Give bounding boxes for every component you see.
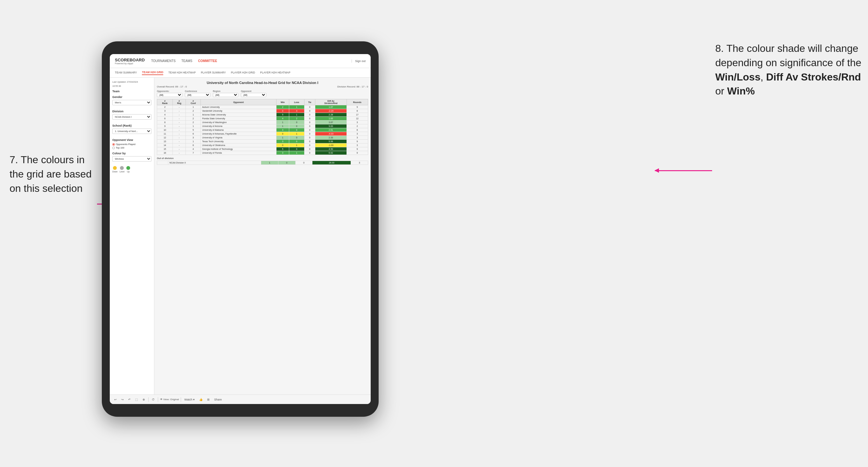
grid-subtitle: Overall Record: 89 - 17 - 0 Division Rec…	[157, 85, 368, 88]
radio-top100[interactable]: Top 100	[112, 146, 151, 149]
cell-conf: 2	[186, 117, 201, 121]
cell-win: 1	[276, 136, 289, 139]
cell-loss: 0	[289, 139, 305, 144]
logo: SCOREBOARD Powered by clippd	[115, 58, 145, 65]
conference-filter-label: Conference	[185, 90, 210, 92]
cell-opponent: Arizona State University	[201, 113, 277, 117]
subnav-player-h2h-grid[interactable]: PLAYER H2H GRID	[231, 71, 255, 75]
color-by-label: Colour by	[112, 152, 151, 155]
cell-reg: -	[173, 128, 186, 132]
main-grid: University of North Carolina Head-to-Hea…	[154, 77, 371, 395]
nav-committee[interactable]: COMMITTEE	[198, 58, 217, 64]
cell-opponent: Vanderbilt University	[201, 109, 277, 113]
toolbar-paste[interactable]: ⊕	[141, 397, 146, 402]
cell-rank: 3	[157, 109, 173, 113]
sign-out-button[interactable]: Sign out	[351, 60, 366, 63]
nav-tournaments[interactable]: TOURNAMENTS	[151, 58, 176, 64]
cell-reg: -	[173, 117, 186, 121]
cell-loss: 0	[289, 124, 305, 128]
gender-dropdown[interactable]: Men's	[112, 100, 151, 105]
tablet-frame: SCOREBOARD Powered by clippd TOURNAMENTS…	[102, 41, 379, 417]
opponent-filter-select[interactable]: (All)	[241, 93, 266, 97]
cell-reg: -	[173, 121, 186, 124]
cell-win: 3	[276, 151, 289, 155]
cell-win: 5	[276, 147, 289, 151]
toolbar-clock[interactable]: ⏱	[151, 397, 156, 402]
toolbar-watch[interactable]: Watch ▾	[183, 397, 196, 402]
cell-opponent: University of Florida	[201, 151, 277, 155]
grid-title: University of North Carolina Head-to-Hea…	[157, 81, 368, 85]
top-nav: SCOREBOARD Powered by clippd TOURNAMENTS…	[110, 54, 371, 68]
radio-opponents-played[interactable]: Opponents Played	[112, 143, 151, 146]
filter-opponent: Opponent (All)	[241, 90, 266, 97]
ood-cell-name: NCAA Division II	[168, 161, 261, 165]
subnav-player-h2h-heatmap[interactable]: PLAYER H2H HEATMAP	[260, 71, 290, 75]
cell-opponent: Florida State University	[201, 117, 277, 121]
conference-filter-select[interactable]: (All)	[185, 93, 210, 97]
cell-win: 0	[276, 132, 289, 136]
cell-opponent: Texas Tech University	[201, 139, 277, 144]
nav-links: TOURNAMENTS TEAMS COMMITTEE	[151, 58, 351, 64]
col-diff: Diff AvStrokes/Rnd	[315, 99, 346, 105]
cell-tie: 0	[304, 128, 315, 132]
opponents-filter-select[interactable]: (All)	[157, 93, 182, 97]
cell-opponent: University of Virginia	[201, 136, 277, 139]
table-row: 9 - 1 University of Arizona 1 0 0 9.00 2	[157, 124, 368, 128]
subnav-team-summary[interactable]: TEAM SUMMARY	[115, 71, 137, 75]
cell-rank: 15	[157, 147, 173, 151]
toolbar-back[interactable]: ↶	[127, 397, 132, 402]
cell-conf: 7	[186, 151, 201, 155]
ood-cell-loss: 0	[278, 161, 295, 165]
school-dropdown[interactable]: 1. University of Nort...	[112, 128, 151, 134]
cell-diff: 2.28	[315, 113, 346, 117]
toolbar-share[interactable]: Share	[213, 397, 223, 402]
subnav-team-h2h-grid[interactable]: TEAM H2H GRID	[142, 71, 163, 75]
cell-rounds: 3	[346, 132, 368, 136]
col-tie: Tie	[304, 99, 315, 105]
cell-reg: -	[173, 124, 186, 128]
cell-loss: 1	[289, 113, 305, 117]
timestamp-label: Last Updated: 27/03/2024	[112, 81, 151, 83]
cell-reg: -	[173, 105, 186, 109]
table-row: 10 - 5 University of Alabama 3 0 0 2.61 …	[157, 128, 368, 132]
region-filter-select[interactable]: (All)	[213, 93, 238, 97]
cell-rounds: 8	[346, 109, 368, 113]
cell-reg: -	[173, 132, 186, 136]
cell-conf: 1	[186, 113, 201, 117]
toolbar-undo[interactable]: ↩	[113, 397, 118, 402]
col-conf: #Conf	[186, 99, 201, 105]
cell-opponent: University of Alabama	[201, 128, 277, 132]
toolbar-grid[interactable]: ⊞	[206, 397, 211, 402]
cell-win: 5	[276, 113, 289, 117]
col-win: Win	[276, 99, 289, 105]
cell-diff: 3.67	[315, 121, 346, 124]
cell-rank: 11	[157, 132, 173, 136]
cell-rank: 16	[157, 151, 173, 155]
cell-rank: 8	[157, 121, 173, 124]
cell-conf: 2	[186, 109, 201, 113]
cell-conf: 1	[186, 105, 201, 109]
content-area: Last Updated: 27/03/2024 16:55:38 Team G…	[110, 77, 371, 395]
radio-group: Opponents Played Top 100	[112, 143, 151, 149]
color-by-dropdown[interactable]: Win/loss	[112, 156, 151, 162]
toolbar-copy[interactable]: ⬚	[134, 397, 140, 402]
subnav-player-summary[interactable]: PLAYER SUMMARY	[201, 71, 226, 75]
opponent-view-label: Opponent View	[112, 138, 151, 142]
division-dropdown[interactable]: NCAA Division I	[112, 114, 151, 120]
subnav-team-h2h-heatmap[interactable]: TEAM H2H HEATMAP	[168, 71, 196, 75]
nav-teams[interactable]: TEAMS	[181, 58, 192, 64]
toolbar-divider2	[158, 397, 158, 402]
cell-opponent: Georgia Institute of Technology	[201, 147, 277, 151]
toolbar-redo[interactable]: ↪	[120, 397, 125, 402]
legend-level: Level	[120, 166, 125, 173]
toolbar-thumbsup[interactable]: 👍	[198, 397, 204, 402]
team-label: Team	[112, 90, 151, 93]
cell-tie: 0	[304, 139, 315, 144]
cell-rounds: 3	[346, 144, 368, 147]
cell-loss: 0	[289, 128, 305, 132]
view-original[interactable]: 👁 View: Original	[160, 398, 179, 401]
cell-rounds: 9	[346, 105, 368, 109]
cell-diff: 2.61	[315, 128, 346, 132]
arrow-right-indicator	[655, 170, 712, 171]
cell-reg: -	[173, 109, 186, 113]
